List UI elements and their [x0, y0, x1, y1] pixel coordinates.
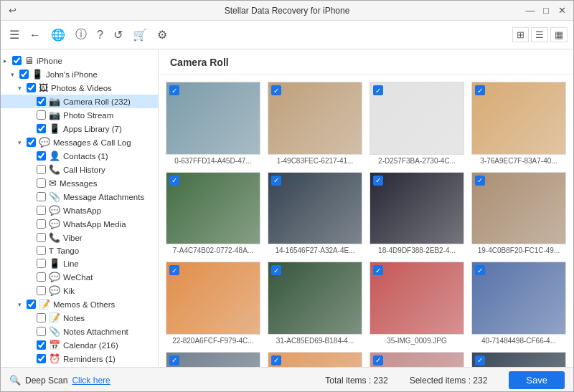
sidebar-item-viber[interactable]: ▸ 📞 Viber: [1, 231, 158, 244]
memos-others-checkbox[interactable]: [27, 300, 36, 309]
photo-cell[interactable]: ✓52-ACF2BFD8-F4F2-49...: [268, 352, 362, 367]
photo-cell[interactable]: ✓53-C8961431-DAFC-4...: [370, 352, 464, 367]
photo-cell[interactable]: ✓1-49C83FEC-6217-41...: [268, 82, 362, 165]
line-checkbox[interactable]: [37, 259, 46, 268]
photo-checkbox[interactable]: ✓: [271, 355, 281, 365]
photo-checkbox[interactable]: ✓: [169, 176, 179, 186]
minimize-button[interactable]: —: [524, 5, 536, 16]
photos-videos-checkbox[interactable]: [27, 83, 36, 92]
photo-cell[interactable]: ✓3-76A9EC7F-83A7-40...: [471, 82, 566, 165]
refresh-icon[interactable]: ↺: [110, 25, 126, 44]
sidebar-item-whatsapp-media[interactable]: ▸ 💬 WhatsApp Media: [1, 217, 158, 231]
photo-checkbox[interactable]: ✓: [169, 355, 179, 365]
call-history-checkbox[interactable]: [37, 165, 46, 174]
notes-attach-checkbox[interactable]: [37, 327, 46, 336]
sidebar-item-safari-bookmarks[interactable]: ▸ 🔖 Safari Bookmarks (23): [1, 365, 158, 367]
sidebar-item-kik[interactable]: ▸ 💬 Kik: [1, 284, 158, 297]
sidebar-item-notes[interactable]: ▸ 📝 Notes: [1, 311, 158, 325]
sidebar-item-camera-roll[interactable]: ▸ 📷 Camera Roll (232): [1, 95, 158, 108]
cart-icon[interactable]: 🛒: [130, 25, 150, 44]
sidebar-item-reminders[interactable]: ▸ ⏰ Reminders (1): [1, 352, 158, 365]
photo-cell[interactable]: ✓54-E743B2B2-7506-48...: [471, 352, 566, 367]
sidebar-item-label: Camera Roll (232): [63, 97, 131, 106]
sidebar-item-photo-stream[interactable]: ▸ 📷 Photo Stream: [1, 108, 158, 122]
messages-calls-checkbox[interactable]: [27, 138, 36, 147]
sidebar-item-contacts[interactable]: ▸ 👤 Contacts (1): [1, 149, 158, 163]
photo-checkbox[interactable]: ✓: [169, 85, 179, 95]
calendar-checkbox[interactable]: [37, 340, 46, 350]
photo-checkbox[interactable]: ✓: [271, 265, 281, 275]
help-icon[interactable]: ?: [94, 26, 106, 44]
back-icon[interactable]: ←: [27, 26, 44, 44]
photo-checkbox[interactable]: ✓: [475, 355, 485, 365]
sidebar-item-johns-iphone[interactable]: ▾ 📱 John's iPhone: [1, 67, 158, 81]
sidebar-item-messages[interactable]: ▸ ✉ Messages: [1, 176, 158, 190]
whatsapp-media-checkbox[interactable]: [37, 219, 46, 229]
photo-checkbox[interactable]: ✓: [475, 85, 485, 95]
camera-roll-checkbox[interactable]: [37, 97, 46, 106]
whatsapp-checkbox[interactable]: [37, 206, 46, 215]
sidebar-item-wechat[interactable]: ▸ 💬 WeChat: [1, 270, 158, 284]
sidebar-item-notes-attachment[interactable]: ▸ 📎 Notes Attachment: [1, 325, 158, 338]
sidebar-item-message-attachments[interactable]: ▸ 📎 Message Attachments: [1, 190, 158, 204]
apps-library-checkbox[interactable]: [37, 124, 46, 133]
photo-cell[interactable]: ✓22-820A6FCF-F979-4C...: [166, 262, 260, 345]
reminders-checkbox[interactable]: [37, 354, 46, 363]
photo-cell[interactable]: ✓48-9D4AB991-F5FC-4...: [166, 352, 260, 367]
sidebar-item-call-history[interactable]: ▸ 📞 Call History: [1, 163, 158, 176]
photo-checkbox[interactable]: ✓: [373, 355, 383, 365]
photo-stream-checkbox[interactable]: [37, 110, 46, 120]
sidebar-item-whatsapp[interactable]: ▸ 💬 WhatsApp: [1, 204, 158, 217]
photo-cell[interactable]: ✓18-4D9DF388-2EB2-4...: [370, 172, 464, 255]
sidebar-item-messages-calls[interactable]: ▾ 💬 Messages & Call Log: [1, 135, 158, 149]
apps-icon: 📱: [49, 123, 60, 134]
iphone-checkbox[interactable]: [12, 56, 22, 65]
photo-checkbox[interactable]: ✓: [373, 265, 383, 275]
photo-cell[interactable]: ✓40-71484498-CF66-4...: [471, 262, 566, 345]
msg-attach-checkbox[interactable]: [37, 192, 46, 201]
photo-checkbox[interactable]: ✓: [373, 176, 383, 186]
sidebar-item-calendar[interactable]: ▸ 📅 Calendar (216): [1, 338, 158, 352]
sidebar-item-tango[interactable]: ▸ T Tango: [1, 244, 158, 257]
photo-grid-wrapper[interactable]: ✓0-637FFD14-A45D-47...✓1-49C83FEC-6217-4…: [159, 75, 573, 367]
sidebar-item-photos-videos[interactable]: ▾ 🖼 Photos & Videos: [1, 81, 158, 95]
photo-cell[interactable]: ✓35-IMG_0009.JPG: [370, 262, 464, 345]
sidebar-item-memos-others[interactable]: ▾ 📝 Memos & Others: [1, 297, 158, 311]
sidebar-item-apps-library[interactable]: ▸ 📱 Apps Library (7): [1, 122, 158, 135]
arrow-icon: ▾: [18, 85, 25, 92]
photo-checkbox[interactable]: ✓: [475, 265, 485, 275]
grid-view-button[interactable]: ⊞: [512, 27, 529, 42]
back-nav-icon[interactable]: ↩: [6, 5, 18, 16]
photo-cell[interactable]: ✓0-637FFD14-A45D-47...: [166, 82, 260, 165]
photo-checkbox[interactable]: ✓: [169, 265, 179, 275]
photo-cell[interactable]: ✓14-16546F27-A32A-4E...: [268, 172, 362, 255]
messages-checkbox[interactable]: [37, 178, 46, 188]
photo-checkbox[interactable]: ✓: [373, 85, 383, 95]
click-here-link[interactable]: Click here: [72, 376, 110, 386]
johns-iphone-checkbox[interactable]: [19, 70, 29, 79]
photo-checkbox[interactable]: ✓: [475, 176, 485, 186]
kik-checkbox[interactable]: [37, 286, 46, 295]
list-view-button[interactable]: ☰: [531, 27, 548, 42]
notes-checkbox[interactable]: [37, 313, 46, 322]
photo-cell[interactable]: ✓31-AC85ED69-B184-4...: [268, 262, 362, 345]
viber-checkbox[interactable]: [37, 233, 46, 242]
maximize-button[interactable]: □: [540, 5, 552, 16]
photo-cell[interactable]: ✓2-D257F3BA-2730-4C...: [370, 82, 464, 165]
detail-view-button[interactable]: ▦: [550, 27, 568, 42]
info-icon[interactable]: ⓘ: [72, 24, 90, 45]
photo-checkbox[interactable]: ✓: [271, 85, 281, 95]
globe-icon[interactable]: 🌐: [48, 25, 68, 44]
sidebar-item-iphone[interactable]: ▸ 🖥 iPhone: [1, 54, 158, 67]
sidebar-item-line[interactable]: ▸ 📱 Line: [1, 257, 158, 270]
menu-icon[interactable]: ☰: [6, 25, 22, 44]
close-button[interactable]: ✕: [556, 5, 568, 16]
tango-checkbox[interactable]: [37, 246, 46, 255]
settings-icon[interactable]: ⚙: [154, 25, 170, 44]
save-button[interactable]: Save: [509, 371, 565, 389]
photo-cell[interactable]: ✓19-4C0B8F20-FC1C-49...: [471, 172, 566, 255]
wechat-checkbox[interactable]: [37, 272, 46, 282]
contacts-checkbox[interactable]: [37, 151, 46, 161]
photo-checkbox[interactable]: ✓: [271, 176, 281, 186]
photo-cell[interactable]: ✓7-A4C74B02-0772-48A...: [166, 172, 260, 255]
